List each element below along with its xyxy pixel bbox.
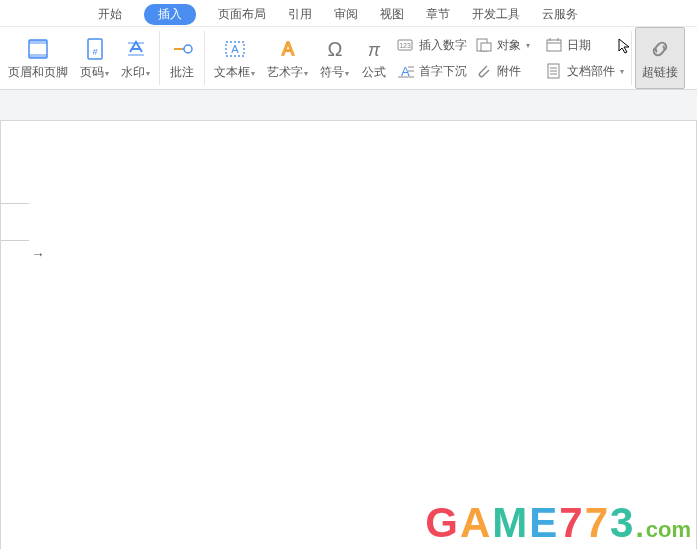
chevron-down-icon: ▾ bbox=[620, 67, 624, 76]
attachment-button[interactable]: 附件 bbox=[473, 61, 539, 81]
page-number-label: 页码▾ bbox=[80, 64, 109, 81]
comment-icon bbox=[169, 36, 195, 62]
header-footer-button[interactable]: 页眉和页脚 bbox=[2, 27, 74, 89]
chevron-down-icon: ▾ bbox=[251, 69, 255, 78]
chevron-down-icon: ▾ bbox=[526, 41, 530, 50]
insert-number-icon: 123 bbox=[397, 36, 415, 54]
svg-point-9 bbox=[184, 45, 192, 53]
cursor-icon bbox=[618, 38, 634, 54]
object-label: 对象 bbox=[497, 37, 521, 54]
symbol-label: 符号▾ bbox=[320, 64, 349, 81]
textbox-label: 文本框▾ bbox=[214, 64, 255, 81]
hyperlink-label: 超链接 bbox=[642, 64, 678, 81]
tab-start[interactable]: 开始 bbox=[98, 6, 122, 23]
doc-parts-button[interactable]: 文档部件▾ bbox=[543, 61, 626, 81]
svg-text:Ω: Ω bbox=[327, 38, 342, 60]
separator bbox=[159, 31, 160, 85]
symbol-icon: Ω bbox=[322, 36, 348, 62]
formula-label: 公式 bbox=[362, 64, 386, 81]
page-number-button[interactable]: # 页码▾ bbox=[74, 27, 115, 89]
svg-text:A: A bbox=[281, 39, 293, 59]
tab-arrow-mark: → bbox=[31, 246, 45, 262]
watermark-icon bbox=[123, 36, 149, 62]
svg-rect-2 bbox=[29, 54, 47, 58]
tab-reference[interactable]: 引用 bbox=[288, 6, 312, 23]
svg-rect-23 bbox=[481, 43, 491, 51]
textbox-button[interactable]: A 文本框▾ bbox=[208, 27, 261, 89]
doc-parts-icon bbox=[545, 62, 563, 80]
workarea: → GAME773.com bbox=[0, 90, 697, 549]
object-button[interactable]: 对象▾ bbox=[473, 35, 539, 55]
dropcap-icon: A bbox=[397, 62, 415, 80]
tab-cloud[interactable]: 云服务 bbox=[542, 6, 578, 23]
wordart-icon: A bbox=[275, 36, 301, 62]
svg-rect-24 bbox=[547, 40, 561, 51]
dropcap-label: 首字下沉 bbox=[419, 63, 467, 80]
date-label: 日期 bbox=[567, 37, 591, 54]
site-watermark: GAME773.com bbox=[425, 499, 691, 547]
header-footer-label: 页眉和页脚 bbox=[8, 64, 68, 81]
watermark-label: 水印▾ bbox=[121, 64, 150, 81]
textbox-icon: A bbox=[222, 36, 248, 62]
svg-rect-1 bbox=[29, 40, 47, 44]
tab-review[interactable]: 审阅 bbox=[334, 6, 358, 23]
header-footer-icon bbox=[25, 36, 51, 62]
symbol-button[interactable]: Ω 符号▾ bbox=[314, 27, 355, 89]
chevron-down-icon: ▾ bbox=[105, 69, 109, 78]
hyperlink-button[interactable]: 超链接 bbox=[635, 27, 685, 89]
tab-dev[interactable]: 开发工具 bbox=[472, 6, 520, 23]
tab-layout[interactable]: 页面布局 bbox=[218, 6, 266, 23]
chevron-down-icon: ▾ bbox=[146, 69, 150, 78]
formula-icon: π bbox=[361, 36, 387, 62]
chevron-down-icon: ▾ bbox=[304, 69, 308, 78]
wordart-button[interactable]: A 艺术字▾ bbox=[261, 27, 314, 89]
watermark-button[interactable]: 水印▾ bbox=[115, 27, 156, 89]
dropcap-button[interactable]: A 首字下沉 bbox=[395, 61, 469, 81]
separator bbox=[204, 31, 205, 85]
object-icon bbox=[475, 36, 493, 54]
ribbon-tabbar: 开始 插入 页面布局 引用 审阅 视图 章节 开发工具 云服务 bbox=[0, 0, 697, 26]
document-page[interactable]: → bbox=[0, 120, 697, 549]
col-object-attachment: 对象▾ 附件 bbox=[471, 27, 541, 89]
ribbon: 页眉和页脚 # 页码▾ 水印▾ 批注 A 文本框▾ A 艺术字▾ Ω bbox=[0, 26, 697, 90]
svg-text:A: A bbox=[231, 43, 239, 55]
insert-number-label: 插入数字 bbox=[419, 37, 467, 54]
comment-button[interactable]: 批注 bbox=[163, 27, 201, 89]
doc-parts-label: 文档部件 bbox=[567, 63, 615, 80]
svg-text:π: π bbox=[368, 40, 381, 60]
col-date-docparts: 日期 文档部件▾ bbox=[541, 27, 628, 89]
chevron-down-icon: ▾ bbox=[345, 69, 349, 78]
margin-indicator bbox=[1, 203, 29, 241]
wordart-label: 艺术字▾ bbox=[267, 64, 308, 81]
svg-text:#: # bbox=[92, 47, 97, 57]
date-icon bbox=[545, 36, 563, 54]
tab-chapter[interactable]: 章节 bbox=[426, 6, 450, 23]
page-number-icon: # bbox=[82, 36, 108, 62]
comment-label: 批注 bbox=[170, 64, 194, 81]
svg-text:123: 123 bbox=[399, 42, 411, 49]
col-number-dropcap: 123 插入数字 A 首字下沉 bbox=[393, 27, 471, 89]
attachment-label: 附件 bbox=[497, 63, 521, 80]
tab-insert[interactable]: 插入 bbox=[144, 4, 196, 25]
formula-button[interactable]: π 公式 bbox=[355, 27, 393, 89]
hyperlink-icon bbox=[647, 36, 673, 62]
tab-view[interactable]: 视图 bbox=[380, 6, 404, 23]
date-button[interactable]: 日期 bbox=[543, 35, 626, 55]
insert-number-button[interactable]: 123 插入数字 bbox=[395, 35, 469, 55]
attachment-icon bbox=[475, 62, 493, 80]
